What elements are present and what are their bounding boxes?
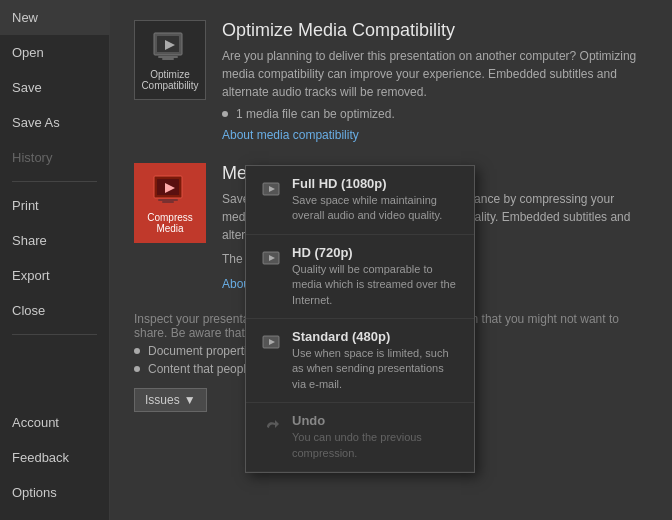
dropdown-item-undo: Undo You can undo the previous compressi… <box>246 403 474 472</box>
optimize-icon: Optimize Compatibility <box>134 20 206 100</box>
optimize-title: Optimize Media Compatibility <box>222 20 648 41</box>
undo-icon <box>260 415 284 439</box>
fullhd-text: Full HD (1080p) Save space while maintai… <box>292 176 460 224</box>
sidebar-item-saveas[interactable]: Save As <box>0 105 109 140</box>
standard-item-row: Standard (480p) Use when space is limite… <box>260 329 460 392</box>
hd-item-row: HD (720p) Quality will be comparable to … <box>260 245 460 308</box>
dropdown-item-standard[interactable]: Standard (480p) Use when space is limite… <box>246 319 474 403</box>
undo-text: Undo You can undo the previous compressi… <box>292 413 460 461</box>
sidebar-item-save[interactable]: Save <box>0 70 109 105</box>
sidebar-divider-2 <box>12 334 97 335</box>
standard-icon <box>260 331 284 355</box>
fullhd-icon <box>260 178 284 202</box>
sidebar-item-history: History <box>0 140 109 175</box>
bullet-dot-3 <box>134 366 140 372</box>
undo-title: Undo <box>292 413 460 428</box>
svg-rect-8 <box>158 199 178 201</box>
sidebar-item-share[interactable]: Share <box>0 223 109 258</box>
svg-rect-9 <box>162 201 174 203</box>
hd-desc: Quality will be comparable to media whic… <box>292 262 460 308</box>
sidebar-item-export[interactable]: Export <box>0 258 109 293</box>
sidebar-item-close[interactable]: Close <box>0 293 109 328</box>
undo-item-row: Undo You can undo the previous compressi… <box>260 413 460 461</box>
main-content: Optimize Compatibility Optimize Media Co… <box>110 0 672 520</box>
sidebar-item-account[interactable]: Account <box>0 405 109 440</box>
undo-desc: You can undo the previous compression. <box>292 430 460 461</box>
optimize-bullet-text: 1 media file can be optimized. <box>236 107 395 121</box>
standard-title: Standard (480p) <box>292 329 460 344</box>
optimize-icon-label: Optimize Compatibility <box>141 69 199 91</box>
compress-dropdown: Full HD (1080p) Save space while maintai… <box>245 165 475 473</box>
compress-icon-label: Compress Media <box>141 212 199 234</box>
optimize-section: Optimize Compatibility Optimize Media Co… <box>134 20 648 143</box>
sidebar-item-feedback[interactable]: Feedback <box>0 440 109 475</box>
fullhd-title: Full HD (1080p) <box>292 176 460 191</box>
hd-title: HD (720p) <box>292 245 460 260</box>
svg-rect-4 <box>162 58 174 60</box>
standard-text: Standard (480p) Use when space is limite… <box>292 329 460 392</box>
svg-rect-3 <box>158 56 178 58</box>
optimize-desc: Are you planning to deliver this present… <box>222 47 648 101</box>
issues-button[interactable]: Issues ▼ <box>134 388 207 412</box>
sidebar-item-options[interactable]: Options <box>0 475 109 510</box>
sidebar-item-new[interactable]: New <box>0 0 109 35</box>
hd-icon <box>260 247 284 271</box>
issues-label: Issues <box>145 393 180 407</box>
sidebar-bottom: Account Feedback Options <box>0 405 109 520</box>
issues-chevron-icon: ▼ <box>184 393 196 407</box>
dropdown-item-fullhd[interactable]: Full HD (1080p) Save space while maintai… <box>246 166 474 235</box>
optimize-bullet: 1 media file can be optimized. <box>222 107 648 121</box>
sidebar: New Open Save Save As History Print Shar… <box>0 0 110 520</box>
compress-icon: Compress Media <box>134 163 206 243</box>
bullet-dot-1 <box>222 111 228 117</box>
sidebar-item-print[interactable]: Print <box>0 188 109 223</box>
optimize-content: Optimize Media Compatibility Are you pla… <box>222 20 648 143</box>
fullhd-desc: Save space while maintaining overall aud… <box>292 193 460 224</box>
standard-desc: Use when space is limited, such as when … <box>292 346 460 392</box>
sidebar-item-open[interactable]: Open <box>0 35 109 70</box>
sidebar-divider-1 <box>12 181 97 182</box>
bullet-dot-2 <box>134 348 140 354</box>
about-media-compat-link[interactable]: About media compatibility <box>222 128 359 142</box>
dropdown-item-hd[interactable]: HD (720p) Quality will be comparable to … <box>246 235 474 319</box>
fullhd-item-row: Full HD (1080p) Save space while maintai… <box>260 176 460 224</box>
hd-text: HD (720p) Quality will be comparable to … <box>292 245 460 308</box>
